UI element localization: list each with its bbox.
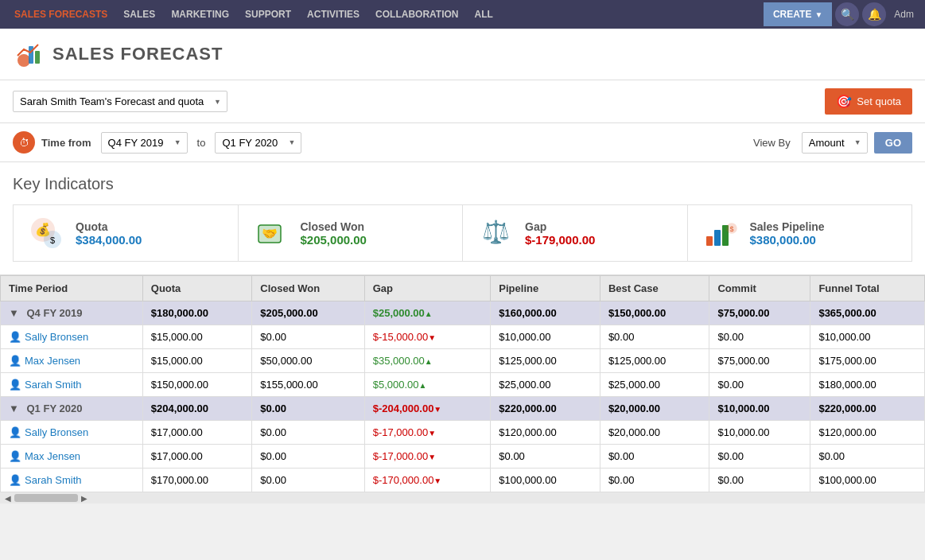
notifications-icon[interactable]: 🔔 <box>862 2 886 26</box>
set-quota-icon: 🎯 <box>836 94 852 109</box>
quota-value: $384,000.00 <box>76 233 142 247</box>
svg-text:$: $ <box>50 235 55 245</box>
indicator-gap: ⚖️ Gap $-179,000.00 <box>463 204 688 262</box>
filter-bar: ⏱ Time from Q4 FY 2019 to Q1 FY 2020 Vie… <box>0 123 925 162</box>
from-period-wrapper[interactable]: Q4 FY 2019 <box>101 132 188 154</box>
col-time-period: Time Period <box>1 276 143 301</box>
from-period-select[interactable]: Q4 FY 2019 <box>101 132 188 154</box>
closed-won-value: $205,000.00 <box>301 233 367 247</box>
person-cell: 👤Sally Bronsen <box>1 421 143 445</box>
forecast-select-wrapper[interactable]: Sarah Smith Team's Forecast and quota <box>13 91 227 112</box>
time-icon: ⏱ <box>13 131 35 154</box>
top-navigation: SALES FORECASTS SALES MARKETING SUPPORT … <box>0 0 925 29</box>
key-indicators-section: Key Indicators 💰 $ Quota $384,000.00 � <box>0 162 925 275</box>
table-header-row: Time Period Quota Closed Won Gap Pipelin… <box>1 276 925 301</box>
person-name[interactable]: Sarah Smith <box>25 474 82 486</box>
table-row: ▼ Q4 FY 2019 $180,000.00 $205,000.00 $25… <box>1 301 925 325</box>
closed-won-icon: 🤝 <box>251 213 291 253</box>
gap-label: Gap <box>525 220 595 233</box>
closed-won-cell: $205,000.00 <box>252 301 364 325</box>
person-icon: 👤 <box>9 355 21 367</box>
to-label: to <box>197 137 206 149</box>
nav-item-sales[interactable]: SALES <box>115 0 163 29</box>
nav-item-marketing[interactable]: MARKETING <box>163 0 237 29</box>
admin-label: Adm <box>889 9 919 20</box>
svg-text:$: $ <box>729 225 733 233</box>
table-row: 👤Max Jensen $15,000.00 $50,000.00 $35,00… <box>1 349 925 373</box>
table-row: 👤Sally Bronsen $17,000.00 $0.00 $-17,000… <box>1 421 925 445</box>
page-header: SALES FORECAST <box>0 29 925 80</box>
quota-info: Quota $384,000.00 <box>76 220 142 247</box>
table-row: 👤Max Jensen $17,000.00 $0.00 $-17,000.00… <box>1 445 925 469</box>
search-icon[interactable]: 🔍 <box>835 2 859 26</box>
col-quota: Quota <box>142 276 252 301</box>
svg-rect-11 <box>714 230 721 246</box>
to-period-wrapper[interactable]: Q1 FY 2020 <box>215 132 301 154</box>
person-icon: 👤 <box>9 331 21 343</box>
gap-value: $-179,000.00 <box>525 233 595 247</box>
nav-item-all[interactable]: ALL <box>467 0 501 29</box>
nav-item-support[interactable]: SUPPORT <box>237 0 299 29</box>
quota-cell: $180,000.00 <box>142 301 252 325</box>
svg-rect-2 <box>35 51 40 64</box>
person-cell: 👤Max Jensen <box>1 349 143 373</box>
set-quota-button[interactable]: 🎯 Set quota <box>825 88 912 115</box>
period-cell: ▼ Q4 FY 2019 <box>1 301 143 325</box>
indicator-quota: 💰 $ Quota $384,000.00 <box>13 204 239 262</box>
sales-pipeline-label: Sales Pipeline <box>750 220 825 233</box>
person-name[interactable]: Sally Bronsen <box>25 426 88 438</box>
person-name[interactable]: Sally Bronsen <box>25 331 88 343</box>
quota-label: Quota <box>76 220 142 233</box>
key-indicators-title: Key Indicators <box>13 175 912 193</box>
nav-item-sales-forecasts[interactable]: SALES FORECASTS <box>6 0 115 29</box>
scroll-right-arrow[interactable]: ▶ <box>78 494 91 503</box>
person-cell: 👤Sally Bronsen <box>1 325 143 349</box>
person-icon: 👤 <box>9 450 21 462</box>
person-icon: 👤 <box>9 474 21 486</box>
commit-cell: $75,000.00 <box>709 301 810 325</box>
group-period-label: Q4 FY 2019 <box>27 307 83 319</box>
pipeline-cell: $160,000.00 <box>491 301 600 325</box>
table-row: ▼ Q1 FY 2020 $204,000.00 $0.00 $-204,000… <box>1 397 925 421</box>
sales-pipeline-info: Sales Pipeline $380,000.00 <box>750 220 825 247</box>
create-button[interactable]: CREATE ▼ <box>764 2 832 26</box>
person-name[interactable]: Max Jensen <box>25 355 80 367</box>
indicator-sales-pipeline: $ Sales Pipeline $380,000.00 <box>688 204 913 262</box>
nav-item-collaboration[interactable]: COLLABORATION <box>367 0 466 29</box>
amount-select[interactable]: Amount <box>802 132 868 154</box>
table-section: Time Period Quota Closed Won Gap Pipelin… <box>0 275 925 492</box>
forecast-select[interactable]: Sarah Smith Team's Forecast and quota <box>13 91 227 112</box>
nav-item-activities[interactable]: ACTIVITIES <box>299 0 367 29</box>
table-row: 👤Sally Bronsen $15,000.00 $0.00 $-15,000… <box>1 325 925 349</box>
page-title: SALES FORECAST <box>52 44 223 64</box>
scroll-thumb[interactable] <box>14 494 78 502</box>
closed-won-label: Closed Won <box>301 220 367 233</box>
col-funnel-total: Funnel Total <box>810 276 925 301</box>
person-name[interactable]: Max Jensen <box>25 450 80 462</box>
data-table: Time Period Quota Closed Won Gap Pipelin… <box>0 275 925 492</box>
svg-rect-10 <box>706 236 713 246</box>
collapse-icon[interactable]: ▼ <box>9 307 19 319</box>
svg-text:🤝: 🤝 <box>262 226 278 241</box>
col-closed-won: Closed Won <box>252 276 364 301</box>
to-period-select[interactable]: Q1 FY 2020 <box>215 132 301 154</box>
svg-rect-1 <box>29 46 33 64</box>
table-row: 👤Sarah Smith $150,000.00 $155,000.00 $5,… <box>1 373 925 397</box>
person-icon: 👤 <box>9 379 21 391</box>
toolbar: Sarah Smith Team's Forecast and quota 🎯 … <box>0 80 925 123</box>
closed-won-info: Closed Won $205,000.00 <box>301 220 367 247</box>
person-name[interactable]: Sarah Smith <box>25 379 82 391</box>
person-cell: 👤Sarah Smith <box>1 373 143 397</box>
amount-select-wrapper[interactable]: Amount <box>802 132 868 154</box>
view-by-label: View By <box>753 137 791 149</box>
scroll-left-arrow[interactable]: ◀ <box>2 494 14 503</box>
go-button[interactable]: GO <box>874 132 912 154</box>
gap-cell: $25,000.00▲ <box>364 301 491 325</box>
sales-pipeline-value: $380,000.00 <box>750 233 825 247</box>
funnel-total-cell: $365,000.00 <box>810 301 925 325</box>
col-best-case: Best Case <box>600 276 709 301</box>
horizontal-scrollbar[interactable]: ◀ ▶ <box>0 492 925 504</box>
table-row: 👤Sarah Smith $170,000.00 $0.00 $-170,000… <box>1 469 925 492</box>
collapse-icon[interactable]: ▼ <box>9 402 19 414</box>
person-cell: 👤Sarah Smith <box>1 469 143 492</box>
